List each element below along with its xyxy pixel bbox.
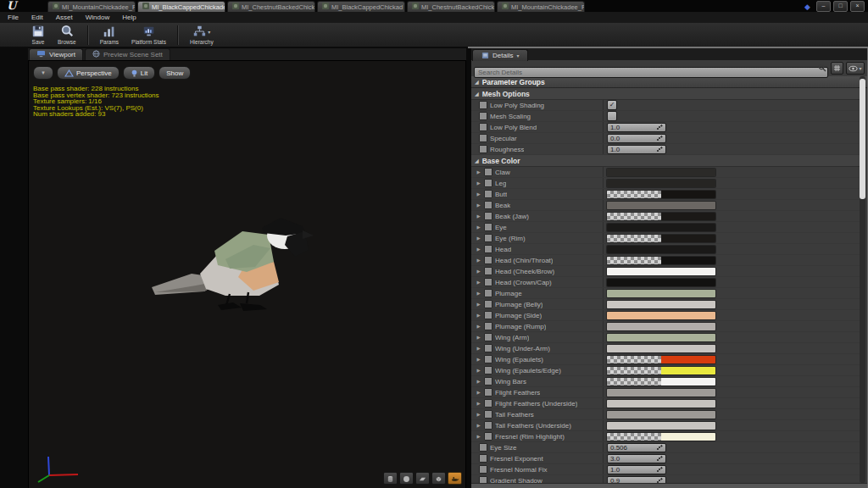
expander-arrow-icon[interactable]: ▶	[476, 335, 481, 340]
expander-arrow-icon[interactable]: ▶	[476, 236, 481, 241]
lit-mode-button[interactable]: Lit	[123, 66, 155, 80]
override-checkbox[interactable]	[484, 432, 492, 441]
expander-arrow-icon[interactable]: ▶	[476, 291, 481, 296]
color-swatch[interactable]	[607, 290, 715, 297]
value-spinner-icon[interactable]	[656, 146, 663, 152]
color-swatch[interactable]	[607, 202, 715, 209]
preview-mesh-bird[interactable]	[145, 213, 323, 316]
param-number-field[interactable]: 1.0	[607, 123, 666, 132]
menu-item-edit[interactable]: Edit	[31, 14, 43, 21]
override-checkbox[interactable]	[484, 168, 492, 176]
tab-preview-scene-sett[interactable]: Preview Scene Sett	[85, 48, 170, 60]
params-button[interactable]: Params	[96, 24, 123, 47]
save-button[interactable]: Save	[27, 24, 49, 47]
override-checkbox[interactable]	[484, 333, 492, 341]
override-checkbox[interactable]	[484, 344, 492, 352]
platform-stats-button[interactable]: Platform Stats	[127, 24, 170, 47]
override-checkbox[interactable]	[479, 101, 487, 109]
color-swatch[interactable]	[607, 389, 715, 396]
override-checkbox[interactable]	[484, 234, 492, 242]
doc-tab-mi-blackcappedchickad-3[interactable]: MI_BlackCappedChickad	[317, 1, 405, 12]
doc-tab-mi-chestnutbackedchick-2[interactable]: MI_ChestnutBackedChick	[227, 1, 315, 12]
expander-arrow-icon[interactable]: ▶	[476, 280, 481, 285]
value-spinner-icon[interactable]	[656, 124, 663, 130]
menu-item-help[interactable]: Help	[122, 14, 136, 21]
color-swatch[interactable]	[607, 367, 715, 374]
override-checkbox[interactable]	[484, 399, 492, 408]
color-swatch[interactable]	[607, 268, 715, 275]
expander-arrow-icon[interactable]: ▶	[476, 180, 481, 186]
override-checkbox[interactable]	[479, 123, 487, 131]
override-checkbox[interactable]	[484, 267, 492, 275]
override-checkbox[interactable]	[484, 179, 492, 187]
override-checkbox[interactable]	[484, 278, 492, 286]
override-checkbox[interactable]	[484, 388, 492, 396]
override-checkbox[interactable]	[479, 112, 487, 120]
tab-viewport[interactable]: Viewport	[29, 48, 83, 60]
color-swatch[interactable]	[607, 411, 715, 419]
tab-details[interactable]: Details ▾	[472, 49, 528, 61]
override-checkbox[interactable]	[479, 465, 487, 474]
menu-item-file[interactable]: File	[8, 14, 19, 21]
override-checkbox[interactable]	[484, 190, 492, 198]
override-checkbox[interactable]	[484, 377, 492, 385]
expander-arrow-icon[interactable]: ▶	[476, 202, 481, 208]
restore-button[interactable]: □	[833, 1, 848, 12]
expander-arrow-icon[interactable]: ▶	[476, 379, 481, 384]
param-number-field[interactable]: 3.0	[607, 454, 666, 463]
override-checkbox[interactable]	[484, 300, 492, 308]
section-header-mesh-options[interactable]: ◢Mesh Options	[471, 88, 860, 100]
color-swatch[interactable]	[607, 356, 715, 363]
override-checkbox[interactable]	[484, 322, 492, 330]
value-spinner-icon[interactable]	[656, 135, 663, 141]
expander-arrow-icon[interactable]: ▶	[476, 258, 481, 263]
override-checkbox[interactable]	[479, 454, 487, 463]
color-swatch[interactable]	[607, 312, 715, 319]
override-checkbox[interactable]	[479, 134, 487, 142]
hierarchy-button[interactable]: ▾Hierarchy	[186, 24, 218, 47]
expander-arrow-icon[interactable]: ▶	[476, 357, 481, 362]
expander-arrow-icon[interactable]: ▶	[476, 368, 481, 373]
color-swatch[interactable]	[607, 169, 715, 176]
browse-button[interactable]: Browse	[53, 24, 81, 47]
expander-arrow-icon[interactable]: ▶	[476, 412, 481, 417]
doc-tab-mi-blackcappedchickade-1[interactable]: MI_BlackCappedChickade	[137, 1, 225, 12]
param-number-field[interactable]: 1.0	[607, 145, 666, 154]
color-swatch[interactable]	[607, 191, 715, 198]
expander-arrow-icon[interactable]: ▶	[476, 225, 481, 230]
param-number-field[interactable]: 0.506	[607, 443, 666, 452]
color-swatch[interactable]	[607, 257, 715, 264]
color-swatch[interactable]	[607, 213, 715, 220]
override-checkbox[interactable]	[484, 311, 492, 319]
value-spinner-icon[interactable]	[656, 444, 663, 451]
override-checkbox[interactable]	[484, 201, 492, 209]
editor-feedback-icon[interactable]: ◆	[804, 3, 810, 11]
color-swatch[interactable]	[607, 323, 715, 330]
color-swatch[interactable]	[607, 400, 715, 408]
expander-arrow-icon[interactable]: ▶	[476, 423, 481, 428]
override-checkbox[interactable]	[479, 443, 487, 452]
viewport-3d-view[interactable]: ▼ Perspective Lit Show Base pass shader:…	[28, 60, 466, 488]
perspective-button[interactable]: Perspective	[57, 66, 120, 80]
doc-tab-mi-mountainchickadee-p-5[interactable]: MI_MountainChickadee_P	[497, 1, 585, 12]
override-checkbox[interactable]	[479, 145, 487, 153]
scrollbar-thumb[interactable]	[860, 79, 865, 199]
expander-arrow-icon[interactable]: ▶	[476, 401, 481, 406]
view-options-button[interactable]: ▾	[846, 62, 865, 75]
color-swatch[interactable]	[607, 433, 715, 441]
override-checkbox[interactable]	[484, 289, 492, 297]
menu-item-window[interactable]: Window	[86, 14, 109, 21]
color-swatch[interactable]	[607, 334, 715, 341]
override-checkbox[interactable]	[484, 256, 492, 264]
preview-shape-custom-mesh-button[interactable]	[448, 472, 462, 485]
value-spinner-icon[interactable]	[656, 455, 663, 462]
color-swatch[interactable]	[607, 180, 715, 187]
override-checkbox[interactable]	[484, 223, 492, 231]
expander-arrow-icon[interactable]: ▶	[476, 169, 481, 175]
property-matrix-button[interactable]	[831, 62, 843, 75]
expander-arrow-icon[interactable]: ▶	[476, 346, 481, 351]
expander-arrow-icon[interactable]: ▶	[476, 214, 481, 219]
expander-arrow-icon[interactable]: ▶	[476, 302, 481, 307]
override-checkbox[interactable]	[484, 212, 492, 220]
color-swatch[interactable]	[607, 235, 715, 242]
